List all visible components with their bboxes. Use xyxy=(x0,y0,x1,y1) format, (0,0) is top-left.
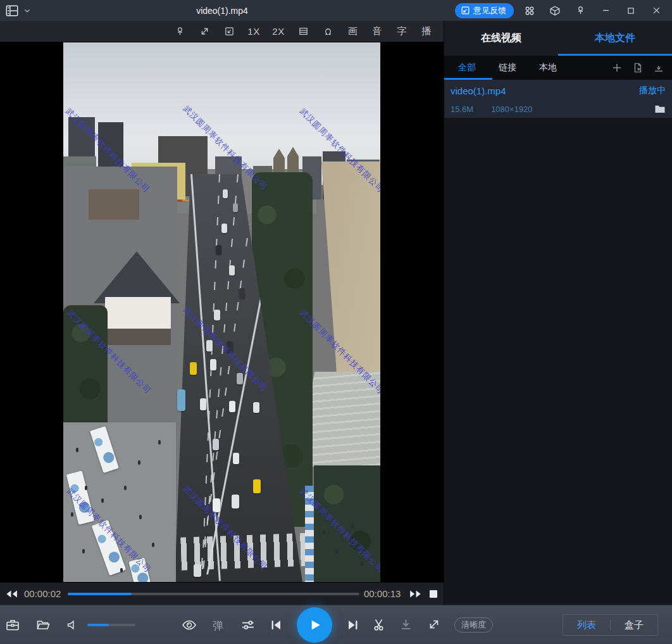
speed-1x-button[interactable]: 1X xyxy=(244,23,263,40)
video-pedestrian xyxy=(323,530,325,534)
player-toolbar: 1X 2X 画 音 字 播 xyxy=(0,21,444,42)
window-title: video(1).mp4 xyxy=(0,6,444,16)
stretch-icon[interactable] xyxy=(195,23,214,40)
danmaku-toggle[interactable]: 弹 xyxy=(213,619,223,633)
file-name[interactable]: video(1).mp4 xyxy=(451,85,506,96)
view-box-button[interactable]: 盒子 xyxy=(611,619,657,631)
video-pedestrian xyxy=(120,568,123,572)
close-button[interactable] xyxy=(647,3,666,19)
tab-online-video[interactable]: 在线视频 xyxy=(444,21,558,56)
edit-icon xyxy=(461,6,470,15)
view-switch: 列表 盒子 xyxy=(563,614,658,636)
video-car xyxy=(194,564,201,577)
minimize-button[interactable] xyxy=(596,3,615,19)
video-pedestrian xyxy=(335,549,338,553)
align-bottom-icon[interactable] xyxy=(650,60,667,76)
screenshot-icon[interactable] xyxy=(220,23,239,40)
rewind-button[interactable] xyxy=(5,583,19,605)
stop-button[interactable] xyxy=(429,583,438,605)
subtab-all[interactable]: 全部 xyxy=(458,62,476,73)
view-list-button[interactable]: 列表 xyxy=(563,619,610,631)
open-folder-icon[interactable] xyxy=(654,104,666,114)
video-car xyxy=(253,402,259,413)
broadcast-button[interactable]: 播 xyxy=(417,23,436,40)
bottom-control-bar: 弹 xyxy=(0,605,672,644)
playlist-rows-icon[interactable] xyxy=(294,23,313,40)
app-window: video(1).mp4 意见反馈 xyxy=(0,0,672,644)
video-car xyxy=(233,203,238,212)
video-car xyxy=(216,245,221,255)
video-pedestrian xyxy=(101,498,104,503)
video-stage[interactable]: 武汉圆周率软件科技有限公司武汉圆周率软件科技有限公司武汉圆周率软件科技有限公司武… xyxy=(0,42,444,583)
video-pedestrian xyxy=(85,486,87,490)
mini-mode-icon[interactable] xyxy=(520,3,539,19)
sidebar-subtabs: 全部 链接 本地 xyxy=(444,56,672,80)
equalizer-sliders-icon[interactable] xyxy=(240,617,256,633)
pin-icon[interactable] xyxy=(571,3,590,19)
video-car xyxy=(221,224,227,233)
volume-slider[interactable] xyxy=(87,624,135,626)
sidebar: 在线视频 本地文件 全部 链接 本地 xyxy=(444,21,672,605)
video-car xyxy=(214,310,220,320)
quality-selector[interactable]: 清晰度 xyxy=(454,617,493,633)
video-pedestrian xyxy=(124,486,127,490)
progress-row: 00:00:02 00:00:13 xyxy=(0,583,444,605)
box-cube-icon[interactable] xyxy=(545,3,564,19)
video-pedestrian xyxy=(152,543,154,547)
video-car xyxy=(239,288,245,298)
fullscreen-expand-icon[interactable] xyxy=(427,617,441,631)
current-time: 00:00:02 xyxy=(24,583,61,605)
video-car xyxy=(213,439,219,450)
open-file-folder-icon[interactable] xyxy=(35,617,51,633)
tab-local-files[interactable]: 本地文件 xyxy=(558,21,672,56)
video-car xyxy=(232,495,239,508)
pin-on-top-icon[interactable] xyxy=(170,23,189,40)
video-pedestrian xyxy=(71,512,73,517)
video-house xyxy=(105,297,171,345)
video-car xyxy=(229,401,235,412)
fast-forward-button[interactable] xyxy=(408,583,422,605)
sidebar-tabs: 在线视频 本地文件 xyxy=(444,21,672,56)
eye-icon[interactable] xyxy=(181,617,197,633)
add-file-icon[interactable] xyxy=(609,60,625,76)
remove-file-icon[interactable] xyxy=(630,60,646,76)
subtitle-settings-button[interactable]: 字 xyxy=(392,23,411,40)
volume-slider-fill xyxy=(87,624,109,626)
video-pedestrian xyxy=(351,524,354,528)
video-pedestrian xyxy=(361,562,363,566)
clip-scissors-icon[interactable] xyxy=(371,617,387,633)
seek-bar-fill xyxy=(68,593,132,595)
lamp-icon[interactable] xyxy=(318,23,337,40)
volume-speaker-icon[interactable] xyxy=(65,618,79,632)
maximize-button[interactable] xyxy=(621,3,640,19)
speed-2x-button[interactable]: 2X xyxy=(269,23,288,40)
video-car xyxy=(210,359,216,370)
subtab-local[interactable]: 本地 xyxy=(539,62,557,73)
previous-button[interactable] xyxy=(268,617,283,633)
video-car xyxy=(177,389,185,411)
feedback-button[interactable]: 意见反馈 xyxy=(455,3,514,18)
video-car xyxy=(229,265,235,275)
video-pedestrian xyxy=(139,515,142,519)
download-icon[interactable] xyxy=(399,617,413,632)
video-car xyxy=(233,453,239,464)
next-button[interactable] xyxy=(345,617,361,633)
audio-settings-button[interactable]: 音 xyxy=(368,23,387,40)
play-button[interactable] xyxy=(297,607,332,643)
subtab-link[interactable]: 链接 xyxy=(499,62,516,73)
seek-bar[interactable] xyxy=(68,593,359,595)
file-size: 15.6M xyxy=(451,104,473,114)
total-time: 00:00:13 xyxy=(364,583,401,605)
player-area: 1X 2X 画 音 字 播 xyxy=(0,21,444,605)
video-frame: 武汉圆周率软件科技有限公司武汉圆周率软件科技有限公司武汉圆周率软件科技有限公司武… xyxy=(63,42,380,582)
video-car xyxy=(253,479,261,493)
picture-settings-button[interactable]: 画 xyxy=(343,23,362,40)
titlebar: video(1).mp4 意见反馈 xyxy=(0,0,672,21)
file-list-item[interactable]: video(1).mp4 播放中 15.6M 1080×1920 xyxy=(444,80,672,118)
video-car xyxy=(190,362,197,375)
feedback-label: 意见反馈 xyxy=(473,5,506,16)
video-car xyxy=(200,398,206,410)
toolbox-icon[interactable] xyxy=(5,617,20,633)
video-pedestrian xyxy=(138,460,140,465)
video-pedestrian xyxy=(76,448,78,452)
